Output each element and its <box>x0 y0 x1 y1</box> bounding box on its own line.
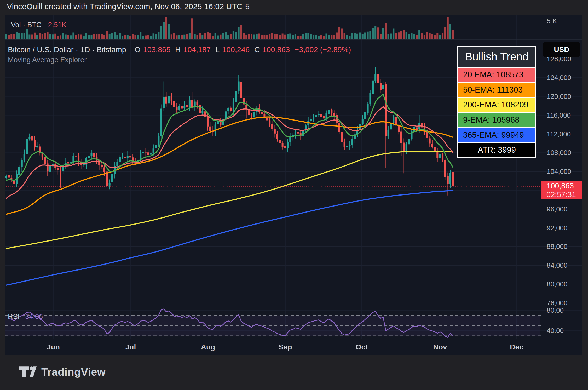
month-label-oct: Oct <box>356 343 368 351</box>
month-label-jul: Jul <box>125 343 136 351</box>
symbol-title: Bitcoin / U.S. Dollar · 1D · Bitstamp <box>8 45 126 54</box>
price-axis-label: 108,000 <box>547 148 581 157</box>
currency-toggle-button[interactable]: USD <box>543 42 580 57</box>
price-axis-label: 88,000 <box>547 242 581 251</box>
bar-countdown: 02:57:31 <box>546 190 582 199</box>
page-title: VinceQuill created with TradingView.com,… <box>7 2 250 11</box>
trend-legend-title: Bullish Trend <box>458 47 535 67</box>
tradingview-brand-text: TradingView <box>41 366 106 378</box>
legend-row: 20 EMA: 108573 <box>458 68 535 82</box>
volume-symbol: BTC <box>27 21 42 29</box>
rsi-axis-label: 80.00 <box>547 306 581 314</box>
month-label-jun: Jun <box>47 343 60 351</box>
rsi-label-text: RSI <box>8 313 20 320</box>
tradingview-watermark[interactable]: TradingView <box>19 366 106 378</box>
open-label: O <box>135 45 141 54</box>
rsi-legend: RSI 34.06 <box>8 313 43 321</box>
separator-dot: · <box>21 21 27 29</box>
low-value: 100,246 <box>222 45 250 54</box>
change-value: −3,002 (−2.89%) <box>295 45 351 54</box>
tradingview-logo-icon <box>19 366 37 378</box>
month-label-aug: Aug <box>201 343 215 351</box>
price-axis-label: 104,000 <box>547 167 581 176</box>
volume-value: 2.51K <box>48 21 67 29</box>
close-label: C <box>254 45 260 54</box>
price-axis-label: 116,000 <box>547 111 581 119</box>
legend-row: 365-EMA: 99949 <box>458 128 535 142</box>
price-axis-label: 92,000 <box>547 224 581 232</box>
indicator-label[interactable]: Moving Average Explorer <box>8 56 87 64</box>
volume-legend: Vol·BTC 2.51K <box>11 21 67 29</box>
price-axis-label: 84,000 <box>547 261 581 269</box>
last-price-value: 100,863 <box>546 182 582 190</box>
month-label-dec: Dec <box>510 343 523 351</box>
volume-label: Vol <box>11 21 21 29</box>
open-value: 103,865 <box>143 45 170 54</box>
price-axis-label: 124,000 <box>547 73 581 82</box>
trend-legend-box: Bullish Trend 20 EMA: 10857350-EMA: 1113… <box>457 46 536 158</box>
high-label: H <box>175 45 181 54</box>
last-price-badge: 100,863 02:57:31 <box>541 181 582 199</box>
month-label-sep: Sep <box>279 343 292 351</box>
price-axis-label: 80,000 <box>547 280 581 288</box>
volume-axis-label: 5 K <box>547 17 581 25</box>
close-value: 100,863 <box>262 45 290 54</box>
rsi-value: 34.06 <box>25 313 43 320</box>
rsi-axis-label: 40.00 <box>547 326 581 335</box>
month-label-nov: Nov <box>433 343 447 351</box>
legend-row: 9-EMA: 105968 <box>458 113 535 127</box>
price-axis-label: 112,000 <box>547 130 581 138</box>
price-axis-label: 96,000 <box>547 205 581 213</box>
legend-row: 200-EMA: 108209 <box>458 98 535 112</box>
symbol-ohlc-row[interactable]: Bitcoin / U.S. Dollar · 1D · Bitstamp O1… <box>8 45 354 54</box>
legend-row: ATR: 3999 <box>458 143 535 157</box>
low-label: L <box>215 45 220 54</box>
price-axis-label: 120,000 <box>547 92 581 101</box>
tradingview-chart-screenshot: VinceQuill created with TradingView.com,… <box>0 0 588 390</box>
high-value: 104,187 <box>183 45 211 54</box>
legend-row: 50-EMA: 111303 <box>458 83 535 97</box>
trend-legend-rows: 20 EMA: 10857350-EMA: 111303200-EMA: 108… <box>458 68 535 157</box>
